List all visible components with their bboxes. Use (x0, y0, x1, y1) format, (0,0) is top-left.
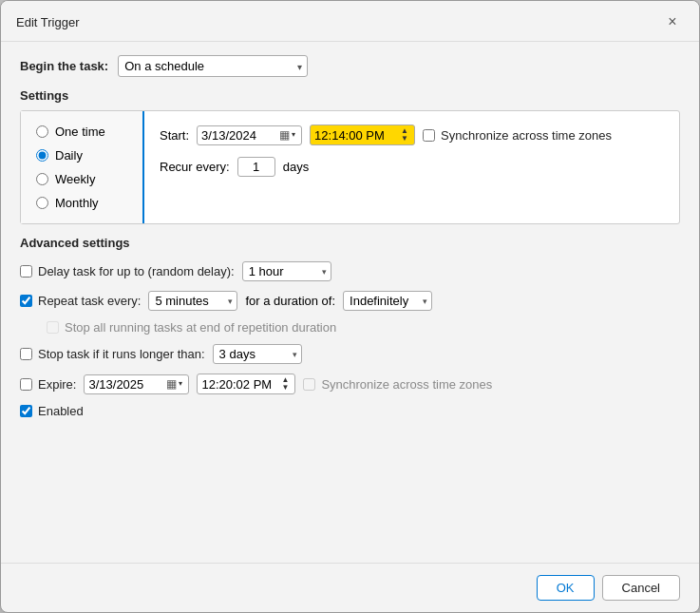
advanced-label: Advanced settings (20, 236, 680, 250)
dialog-title: Edit Trigger (16, 15, 79, 29)
stop-longer-select[interactable]: 30 minutes 1 hour 2 hours 4 hours 8 hour… (213, 344, 302, 364)
enabled-text: Enabled (38, 404, 84, 418)
radio-monthly-input[interactable] (36, 197, 48, 209)
enabled-checkbox[interactable] (20, 405, 32, 417)
expire-date-input[interactable] (88, 377, 164, 392)
sync-timezone-label[interactable]: Synchronize across time zones (423, 128, 612, 143)
radio-monthly[interactable]: Monthly (36, 196, 127, 210)
duration-select-wrap: 15 minutes 30 minutes 1 hour 12 hours 1 … (343, 291, 432, 311)
dialog-footer: OK Cancel (1, 563, 699, 612)
radio-one-time-label: One time (55, 125, 105, 139)
stop-longer-row: Stop task if it runs longer than: 30 min… (20, 344, 680, 364)
expire-time-input[interactable] (201, 377, 277, 392)
expire-sync-label: Synchronize across time zones (303, 377, 492, 392)
begin-task-label: Begin the task: (20, 59, 108, 73)
close-button[interactable]: × (661, 10, 684, 33)
expire-row: Expire: ▦ ▾ ▲ ▼ Synchronize across ti (20, 374, 680, 394)
cancel-button[interactable]: Cancel (602, 575, 680, 601)
radio-column: One time Daily Weekly Monthly (21, 111, 144, 223)
repeat-task-label[interactable]: Repeat task every: (20, 294, 141, 308)
title-bar: Edit Trigger × (1, 1, 699, 42)
duration-label: for a duration of: (245, 294, 335, 308)
date-down-arrow[interactable]: ▾ (290, 131, 297, 139)
expire-time-wrap: ▲ ▼ (197, 374, 295, 394)
recur-unit: days (283, 160, 309, 174)
expire-time-down[interactable]: ▼ (279, 384, 291, 392)
start-date-input-wrap: ▦ ▾ (197, 125, 302, 145)
edit-trigger-dialog: Edit Trigger × Begin the task: On a sche… (0, 0, 700, 613)
settings-content: Start: ▦ ▾ ▲ ▼ (144, 111, 679, 223)
start-time-input[interactable] (314, 128, 395, 143)
delay-task-label[interactable]: Delay task for up to (random delay): (20, 264, 235, 278)
radio-daily[interactable]: Daily (36, 148, 127, 163)
recur-row: Recur every: days (160, 157, 664, 177)
stop-running-checkbox (47, 321, 59, 334)
repeat-value-select-wrap: 5 minutes 10 minutes 15 minutes 30 minut… (148, 291, 237, 311)
expire-time-spinner: ▲ ▼ (279, 376, 291, 392)
repeat-task-checkbox[interactable] (20, 295, 32, 307)
start-label: Start: (160, 128, 189, 143)
settings-section: Settings One time Daily Weekly (20, 88, 680, 224)
radio-one-time[interactable]: One time (36, 125, 127, 139)
expire-cal-icon[interactable]: ▦ (166, 377, 177, 391)
delay-task-text: Delay task for up to (random delay): (38, 264, 235, 278)
radio-weekly-input[interactable] (36, 173, 48, 185)
enabled-row: Enabled (20, 404, 680, 418)
expire-checkbox[interactable] (20, 378, 32, 391)
stop-longer-select-wrap: 30 minutes 1 hour 2 hours 4 hours 8 hour… (213, 344, 302, 364)
radio-weekly[interactable]: Weekly (36, 172, 127, 186)
settings-label: Settings (20, 88, 680, 103)
radio-monthly-label: Monthly (55, 196, 99, 210)
enabled-label[interactable]: Enabled (20, 404, 84, 418)
stop-running-label: Stop all running tasks at end of repetit… (47, 320, 336, 335)
delay-value-select[interactable]: 30 minutes 1 hour 2 hours 4 hours (242, 261, 331, 281)
repeat-value-select[interactable]: 5 minutes 10 minutes 15 minutes 30 minut… (148, 291, 237, 311)
start-time-highlight: ▲ ▼ (310, 125, 415, 145)
time-spinner: ▲ ▼ (399, 127, 410, 143)
radio-weekly-label: Weekly (55, 172, 95, 186)
radio-daily-input[interactable] (36, 149, 48, 162)
delay-value-select-wrap: 30 minutes 1 hour 2 hours 4 hours (242, 261, 331, 281)
stop-longer-label[interactable]: Stop task if it runs longer than: (20, 347, 205, 361)
sync-timezone-checkbox[interactable] (423, 129, 435, 142)
start-row: Start: ▦ ▾ ▲ ▼ (160, 125, 664, 145)
expire-text: Expire: (38, 377, 76, 392)
expire-date-arrow[interactable]: ▾ (177, 380, 184, 388)
stop-longer-text: Stop task if it runs longer than: (38, 347, 205, 361)
repeat-task-row: Repeat task every: 5 minutes 10 minutes … (20, 291, 680, 311)
stop-running-row: Stop all running tasks at end of repetit… (20, 320, 680, 335)
stop-longer-checkbox[interactable] (20, 348, 32, 360)
expire-sync-text: Synchronize across time zones (321, 377, 492, 392)
dialog-body: Begin the task: On a schedule At log on … (1, 42, 699, 563)
sync-timezone-text: Synchronize across time zones (441, 128, 612, 143)
start-date-input[interactable] (201, 128, 277, 143)
calendar-icon[interactable]: ▦ (279, 128, 290, 142)
stop-running-text: Stop all running tasks at end of repetit… (65, 320, 336, 335)
expire-label[interactable]: Expire: (20, 377, 76, 392)
advanced-section: Advanced settings Delay task for up to (… (20, 236, 680, 418)
begin-task-select[interactable]: On a schedule At log on At startup On an… (118, 55, 308, 77)
delay-task-row: Delay task for up to (random delay): 30 … (20, 261, 680, 281)
repeat-task-text: Repeat task every: (38, 294, 141, 308)
settings-inner: One time Daily Weekly Monthly (20, 110, 680, 224)
time-down-arrow[interactable]: ▼ (399, 135, 410, 143)
expire-sync-checkbox (303, 378, 315, 391)
duration-select[interactable]: 15 minutes 30 minutes 1 hour 12 hours 1 … (343, 291, 432, 311)
begin-task-select-wrap: On a schedule At log on At startup On an… (118, 55, 308, 77)
ok-button[interactable]: OK (537, 575, 595, 601)
radio-one-time-input[interactable] (36, 125, 48, 138)
begin-task-row: Begin the task: On a schedule At log on … (20, 55, 680, 77)
radio-daily-label: Daily (55, 148, 83, 163)
recur-label: Recur every: (160, 160, 230, 174)
recur-value-input[interactable] (237, 157, 275, 177)
delay-task-checkbox[interactable] (20, 265, 32, 278)
expire-date-wrap: ▦ ▾ (84, 374, 189, 394)
